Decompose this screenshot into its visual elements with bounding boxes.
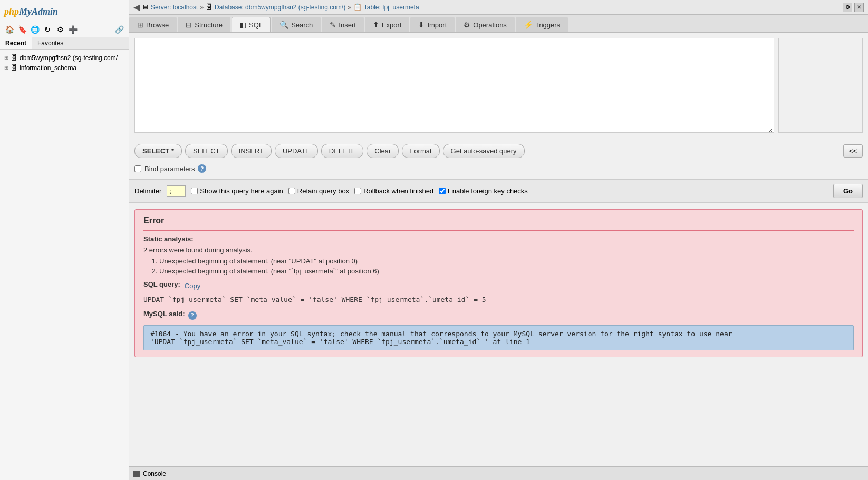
bind-params-row: Bind parameters ?: [129, 162, 868, 179]
close-win-btn[interactable]: ✕: [854, 3, 864, 12]
bind-parameters-checkbox[interactable]: [134, 165, 141, 172]
sql-textarea-wrapper: [134, 38, 774, 134]
tab-sql[interactable]: ◧ SQL: [232, 17, 271, 32]
tree-item-label: dbm5wympgfhsn2 (sg-testing.com/: [20, 54, 118, 62]
breadcrumb-sep-2: »: [348, 4, 351, 11]
error-list: Unexpected beginning of statement. (near…: [159, 257, 854, 275]
sidebar-header: phpMyAdmin: [0, 0, 129, 22]
update-button[interactable]: UPDATE: [275, 144, 318, 158]
tab-operations-label: Operations: [473, 21, 507, 29]
db-icon: 🗄: [11, 64, 17, 72]
mysql-said-row: MySQL said: ?: [143, 310, 854, 321]
tab-search[interactable]: 🔍 Search: [272, 17, 321, 32]
tab-operations[interactable]: ⚙ Operations: [456, 17, 515, 32]
console-bar: Console: [129, 466, 868, 480]
sidebar-tabs: Recent Favorites: [0, 37, 129, 50]
tab-bar: ⊞ Browse ⊟ Structure ◧ SQL 🔍 Search ✎ In…: [129, 15, 868, 33]
bookmark-icon[interactable]: 🔖: [17, 24, 27, 35]
tree-item-label: information_schema: [20, 64, 76, 72]
main-area: ◀ 🖥 Server: localhost » 🗄 Database: dbm5…: [129, 0, 868, 480]
select-star-button[interactable]: SELECT *: [134, 144, 182, 158]
link-icon[interactable]: 🔗: [114, 24, 124, 35]
query-buttons-bar: SELECT * SELECT INSERT UPDATE DELETE Cle…: [129, 140, 868, 162]
console-icon: [133, 471, 140, 477]
breadcrumb-arrow: ◀: [133, 2, 140, 12]
sql-query-label: SQL query:: [143, 280, 180, 288]
server-icon: 🖥: [142, 3, 149, 11]
plus-icon[interactable]: ➕: [67, 24, 78, 35]
sidebar-tab-recent[interactable]: Recent: [0, 37, 32, 49]
tab-export-label: Export: [382, 21, 402, 29]
refresh-icon[interactable]: ↻: [42, 24, 53, 35]
sql-query-row: SQL query: Copy: [143, 280, 854, 291]
sql-right-panel: [778, 38, 863, 133]
rollback-label: Rollback when finished: [354, 187, 433, 195]
operations-icon: ⚙: [464, 21, 470, 29]
go-button[interactable]: Go: [833, 184, 863, 198]
tab-triggers[interactable]: ⚡ Triggers: [516, 17, 568, 32]
expand-icon: ⊞: [4, 65, 8, 71]
triggers-icon: ⚡: [524, 21, 533, 29]
insert-button[interactable]: INSERT: [231, 144, 272, 158]
tab-browse-label: Browse: [146, 21, 169, 29]
sql-icon: ◧: [239, 21, 246, 29]
delimiter-row: Delimiter Show this query here again Ret…: [129, 179, 868, 203]
tab-triggers-label: Triggers: [535, 21, 560, 29]
format-button[interactable]: Format: [402, 144, 439, 158]
phpmyadmin-logo: phpMyAdmin: [4, 4, 58, 18]
breadcrumb-bar: ◀ 🖥 Server: localhost » 🗄 Database: dbm5…: [129, 0, 868, 15]
sidebar-icons: 🏠 🔖 🌐 ↻ ⚙ ➕ 🔗: [0, 22, 129, 37]
mysql-said-label: MySQL said:: [143, 310, 185, 318]
collapse-right-button[interactable]: <<: [843, 144, 863, 158]
error-title: Error: [143, 216, 854, 231]
globe-icon[interactable]: 🌐: [30, 24, 40, 35]
clear-button[interactable]: Clear: [367, 144, 399, 158]
select-button[interactable]: SELECT: [185, 144, 228, 158]
tab-browse[interactable]: ⊞ Browse: [129, 17, 177, 32]
table-link[interactable]: Table: fpj_usermeta: [364, 4, 419, 11]
error-code-box: #1064 - You have an error in your SQL sy…: [143, 325, 854, 350]
show-query-checkbox[interactable]: [191, 188, 198, 194]
breadcrumb-sep-1: »: [200, 4, 204, 11]
bind-parameters-label: Bind parameters: [144, 165, 195, 173]
import-icon: ⬇: [418, 21, 425, 29]
home-icon[interactable]: 🏠: [4, 24, 15, 35]
delimiter-input[interactable]: [167, 185, 186, 197]
tab-import-label: Import: [427, 21, 447, 29]
tab-structure[interactable]: ⊟ Structure: [178, 17, 230, 32]
tree-item-info-schema[interactable]: ⊞ 🗄 information_schema: [2, 63, 127, 73]
window-controls: ⚙ ✕: [843, 3, 864, 12]
export-icon: ⬆: [373, 21, 379, 29]
tree-item-dbm5[interactable]: ⊞ 🗄 dbm5wympgfhsn2 (sg-testing.com/: [2, 53, 127, 63]
rollback-checkbox[interactable]: [354, 188, 361, 194]
server-link[interactable]: Server: localhost: [151, 4, 198, 11]
mysql-said-help-icon[interactable]: ?: [188, 311, 197, 320]
bind-parameters-help-icon[interactable]: ?: [198, 164, 206, 173]
foreign-key-label: Enable foreign key checks: [439, 187, 528, 195]
tab-import[interactable]: ⬇ Import: [410, 17, 455, 32]
tab-insert[interactable]: ✎ Insert: [322, 17, 364, 32]
tab-export[interactable]: ⬆ Export: [365, 17, 410, 32]
table-icon: 📋: [353, 3, 362, 11]
copy-link[interactable]: Copy: [185, 282, 200, 290]
sql-textarea[interactable]: [134, 38, 774, 133]
tab-search-label: Search: [291, 21, 313, 29]
error-item-2: Unexpected beginning of statement. (near…: [159, 267, 854, 275]
failed-query: UPDAT `fpj_usermeta` SET `meta_value` = …: [143, 296, 854, 303]
sidebar-tab-favorites[interactable]: Favorites: [32, 37, 69, 49]
structure-icon: ⊟: [186, 21, 192, 29]
sidebar: phpMyAdmin 🏠 🔖 🌐 ↻ ⚙ ➕ 🔗 Recent Favorite…: [0, 0, 129, 480]
database-icon: 🗄: [206, 3, 213, 11]
delete-button[interactable]: DELETE: [321, 144, 364, 158]
settings-win-btn[interactable]: ⚙: [843, 3, 852, 12]
database-link[interactable]: Database: dbm5wympgfhsn2 (sg-testing.com…: [215, 4, 345, 11]
delimiter-label: Delimiter: [134, 187, 161, 195]
retain-query-checkbox[interactable]: [288, 188, 295, 194]
get-autosaved-button[interactable]: Get auto-saved query: [443, 144, 525, 158]
settings-icon[interactable]: ⚙: [55, 24, 65, 35]
static-analysis-title: Static analysis:: [143, 235, 854, 243]
tab-insert-label: Insert: [339, 21, 356, 29]
tree-area: ⊞ 🗄 dbm5wympgfhsn2 (sg-testing.com/ ⊞ 🗄 …: [0, 50, 129, 480]
tab-structure-label: Structure: [195, 21, 223, 29]
foreign-key-checkbox[interactable]: [439, 188, 446, 194]
